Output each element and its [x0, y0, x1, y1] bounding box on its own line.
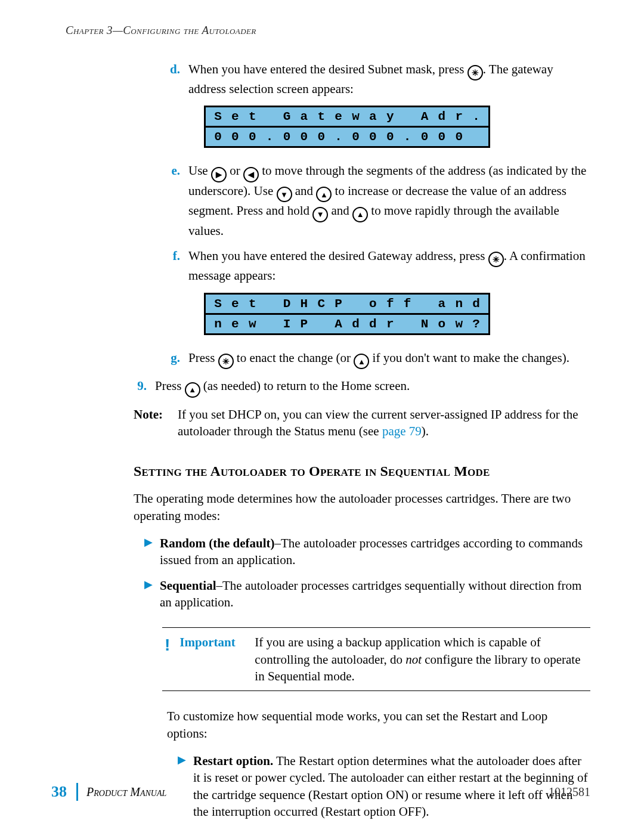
outer-steps: 9. Press ▲ (as needed) to return to the …: [134, 377, 590, 439]
step-text: Use ▶ or ◀ to move through the segments …: [188, 162, 590, 239]
lcd-cell: [261, 297, 278, 311]
lcd-cell: t: [244, 297, 261, 311]
important-label: Important: [179, 634, 245, 685]
section-title: Setting the Autoloader to Operate in Seq…: [134, 463, 590, 479]
lcd-cell: t: [244, 110, 261, 123]
up-arrow-icon: ▲: [352, 207, 368, 222]
lcd-cell: S: [209, 110, 227, 123]
lcd-cell: 0: [382, 130, 399, 144]
lcd-cell: d: [364, 317, 382, 331]
lcd-cell: f: [382, 297, 399, 311]
lcd-cell: a: [295, 110, 312, 123]
lcd-cell: [312, 317, 330, 331]
lcd-cell: a: [364, 110, 382, 123]
lcd-cell: f: [399, 297, 416, 311]
lcd-cell: e: [227, 297, 244, 311]
lcd-cell: D: [278, 297, 296, 311]
note-text: If you set DHCP on, you can view the cur…: [178, 406, 590, 440]
important-text: If you are using a backup application wh…: [255, 634, 588, 685]
lcd-cell: e: [227, 317, 244, 331]
lcd-cell: y: [382, 110, 399, 123]
lcd-cell: d: [433, 110, 450, 123]
page-footer: 38 Product Manual 1012581: [51, 783, 590, 801]
lcd-cell: 0: [416, 130, 434, 144]
lcd-row: Set DHCP off and: [204, 293, 490, 315]
up-arrow-icon: ▲: [354, 354, 369, 369]
execute-icon: [467, 65, 483, 80]
important-note: ! Important If you are using a backup ap…: [162, 627, 590, 691]
lcd-cell: n: [209, 317, 227, 331]
manual-title: Product Manual: [86, 785, 549, 799]
lcd-cell: e: [227, 110, 244, 123]
right-arrow-icon: ▶: [211, 167, 227, 182]
left-arrow-icon: ◀: [243, 167, 259, 182]
lcd-cell: .: [399, 130, 416, 144]
lcd-cell: C: [312, 297, 330, 311]
up-arrow-icon: ▲: [185, 382, 200, 398]
lcd-cell: 0: [433, 130, 450, 144]
lcd-row: 000.000.000.000: [204, 128, 490, 148]
lcd-cell: P: [295, 317, 312, 331]
lcd-cell: o: [364, 297, 382, 311]
lcd-cell: [261, 317, 278, 331]
step-f: f. When you have entered the desired Gat…: [167, 247, 590, 284]
lcd-cell: 0: [244, 130, 261, 144]
lcd-cell: [399, 317, 416, 331]
step-label: g.: [167, 349, 180, 370]
lcd-cell: w: [347, 110, 364, 123]
bullet-random: ▶ Random (the default)–The autoloader pr…: [144, 535, 590, 569]
lcd-cell: .: [467, 110, 485, 123]
lcd-cell: P: [330, 297, 347, 311]
down-arrow-icon: ▼: [277, 187, 292, 202]
lcd-cell: A: [416, 110, 434, 123]
important-icon: !: [165, 634, 170, 685]
lcd-cell: 0: [312, 130, 330, 144]
bullet-arrow-icon: ▶: [144, 577, 153, 611]
footer-divider: [76, 783, 78, 801]
page-link[interactable]: page 79: [382, 424, 422, 438]
step-label: f.: [167, 247, 180, 284]
lcd-cell: I: [278, 317, 296, 331]
step-text: Press to enact the change (or ▲ if you d…: [188, 349, 590, 370]
lcd-cell: 0: [209, 130, 227, 144]
step-d: d. When you have entered the desired Sub…: [167, 61, 590, 97]
lcd-display-dhcp: Set DHCP off and new IP Addr Now?: [204, 293, 490, 335]
section-intro: The operating mode determines how the au…: [134, 490, 590, 524]
lcd-cell: r: [450, 110, 467, 123]
lcd-cell: [347, 297, 364, 311]
lcd-cell: n: [450, 297, 467, 311]
step-text: When you have entered the desired Gatewa…: [188, 247, 590, 284]
page: Chapter 3—Configuring the Autoloader d. …: [0, 0, 644, 833]
lcd-row: Set Gateway Adr.: [204, 106, 490, 128]
lcd-cell: d: [467, 297, 485, 311]
lcd-cell: .: [330, 130, 347, 144]
lcd-cell: H: [295, 297, 312, 311]
customize-para: To customize how sequential mode works, …: [167, 708, 590, 742]
down-arrow-icon: ▼: [312, 207, 328, 222]
bullet-sequential: ▶ Sequential–The autoloader processes ca…: [144, 577, 590, 611]
step-label: e.: [167, 162, 180, 239]
lcd-cell: o: [433, 317, 450, 331]
execute-icon: [218, 354, 234, 369]
section-sequential-mode: Setting the Autoloader to Operate in Seq…: [134, 463, 590, 820]
execute-icon: [488, 252, 504, 267]
lcd-cell: S: [209, 297, 227, 311]
lcd-cell: e: [330, 110, 347, 123]
lcd-cell: [399, 110, 416, 123]
step-label: 9.: [134, 377, 147, 398]
lcd-cell: w: [244, 317, 261, 331]
lcd-cell: a: [433, 297, 450, 311]
lcd-cell: 0: [295, 130, 312, 144]
lcd-cell: d: [347, 317, 364, 331]
lcd-cell: A: [330, 317, 347, 331]
lcd-cell: 0: [450, 130, 467, 144]
lcd-cell: r: [382, 317, 399, 331]
running-header: Chapter 3—Configuring the Autoloader: [66, 24, 590, 37]
note-label: Note:: [134, 406, 169, 440]
lcd-cell: t: [312, 110, 330, 123]
lcd-display-gateway: Set Gateway Adr. 000.000.000.000: [204, 106, 490, 148]
step-text: When you have entered the desired Subnet…: [188, 61, 590, 97]
step-9: 9. Press ▲ (as needed) to return to the …: [134, 377, 590, 398]
up-arrow-icon: ▲: [316, 187, 332, 202]
body-content: d. When you have entered the desired Sub…: [167, 61, 590, 369]
